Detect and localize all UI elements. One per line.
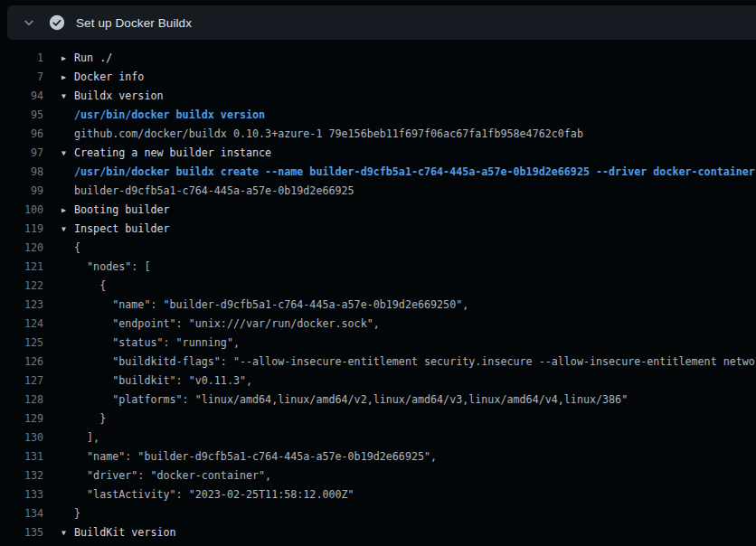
log-text-line: "status": "running", [61, 334, 240, 353]
line-number[interactable]: 98 [0, 163, 43, 182]
line-number[interactable]: 130 [0, 428, 43, 447]
log-line: 125 "status": "running", [0, 334, 756, 353]
log-text-line: "buildkit": "v0.11.3", [61, 372, 252, 391]
line-number[interactable]: 99 [0, 182, 43, 201]
line-number[interactable]: 131 [0, 447, 43, 466]
output-text: ], [74, 431, 99, 444]
line-number[interactable]: 124 [0, 315, 43, 334]
log-group-header[interactable]: ▼Inspect builder [61, 220, 170, 239]
group-collapse-icon[interactable]: ▼ [61, 87, 74, 106]
log-group-header[interactable]: ▶Booting builder [61, 201, 170, 220]
log-line[interactable]: 119▼Inspect builder [0, 220, 756, 239]
group-expand-icon[interactable]: ▶ [61, 201, 74, 220]
output-text: "nodes": [ [74, 260, 150, 273]
log-text-line: github.com/docker/buildx 0.10.3+azure-1 … [61, 125, 583, 144]
log-text-line: } [61, 410, 106, 428]
log-text-line: "platforms": "linux/amd64,linux/amd64/v2… [61, 391, 628, 410]
line-number[interactable]: 7 [0, 68, 43, 87]
output-text: { [74, 241, 80, 254]
group-collapse-icon[interactable]: ▼ [61, 523, 74, 542]
log-line[interactable]: 135▼BuildKit version [0, 523, 756, 542]
line-number[interactable]: 97 [0, 144, 43, 163]
step-log-panel: Set up Docker Buildx 1▶Run ./7▶Docker in… [0, 0, 756, 546]
log-line: 128 "platforms": "linux/amd64,linux/amd6… [0, 391, 756, 410]
output-text: "endpoint": "unix:///var/run/docker.sock… [74, 317, 380, 330]
line-number[interactable]: 129 [0, 410, 43, 428]
line-number[interactable]: 134 [0, 504, 43, 523]
log-line: 133 "lastActivity": "2023-02-25T11:58:12… [0, 485, 756, 504]
line-number[interactable]: 128 [0, 391, 43, 410]
line-number[interactable]: 96 [0, 125, 43, 144]
group-title: Inspect builder [74, 222, 170, 235]
group-expand-icon[interactable]: ▶ [61, 68, 74, 87]
log-line[interactable]: 97▼Creating a new builder instance [0, 144, 756, 163]
log-line: 124 "endpoint": "unix:///var/run/docker.… [0, 315, 756, 334]
line-number[interactable]: 1 [0, 49, 43, 68]
log-line: 99builder-d9cfb5a1-c764-445a-a57e-0b19d2… [0, 182, 756, 201]
log-text-line: "name": "builder-d9cfb5a1-c764-445a-a57e… [61, 296, 468, 315]
log-line: 98/usr/bin/docker buildx create --name b… [0, 163, 756, 182]
group-expand-icon[interactable]: ▶ [61, 49, 74, 68]
line-number[interactable]: 120 [0, 239, 43, 258]
line-number[interactable]: 126 [0, 353, 43, 372]
line-number[interactable]: 122 [0, 277, 43, 296]
line-number[interactable]: 121 [0, 258, 43, 277]
log-text-line: ], [61, 428, 99, 447]
log-group-header[interactable]: ▼Buildx version [61, 87, 164, 106]
output-text: "status": "running", [74, 336, 240, 349]
log-line: 96github.com/docker/buildx 0.10.3+azure-… [0, 125, 756, 144]
check-circle-icon [49, 14, 65, 31]
line-number[interactable]: 133 [0, 485, 43, 504]
command-text: /usr/bin/docker buildx version [74, 108, 265, 121]
output-text: "lastActivity": "2023-02-25T11:58:12.000… [74, 488, 354, 501]
line-number[interactable]: 132 [0, 466, 43, 485]
log-text-line: { [61, 277, 106, 296]
log-line: 136builder-d9cfb5a1-c764-445a-a57e-0b19d… [0, 542, 756, 546]
log-text-line: "driver": "docker-container", [61, 466, 271, 485]
line-number[interactable]: 95 [0, 106, 43, 125]
log-group-header[interactable]: ▼BuildKit version [61, 523, 176, 542]
line-number[interactable]: 100 [0, 201, 43, 220]
log-line[interactable]: 94▼Buildx version [0, 87, 756, 106]
command-text: /usr/bin/docker buildx create --name bui… [74, 165, 755, 178]
output-text: "driver": "docker-container", [74, 469, 271, 482]
log-line: 129 } [0, 410, 756, 428]
line-number[interactable]: 125 [0, 334, 43, 353]
log-group-header[interactable]: ▶Docker info [61, 68, 144, 87]
log-text-line: builder-d9cfb5a1-c764-445a-a57e-0b19d2e6… [61, 542, 418, 546]
output-text: } [74, 507, 80, 520]
line-number[interactable]: 135 [0, 523, 43, 542]
log-group-header[interactable]: ▼Creating a new builder instance [61, 144, 271, 163]
log-line[interactable]: 1▶Run ./ [0, 49, 756, 68]
line-number[interactable]: 123 [0, 296, 43, 315]
line-number[interactable]: 119 [0, 220, 43, 239]
step-header[interactable]: Set up Docker Buildx [7, 5, 756, 40]
log-group-header[interactable]: ▶Run ./ [61, 49, 112, 68]
log-line: 134} [0, 504, 756, 523]
group-collapse-icon[interactable]: ▼ [61, 220, 74, 239]
log-line: 127 "buildkit": "v0.11.3", [0, 372, 756, 391]
line-number[interactable]: 127 [0, 372, 43, 391]
group-title: Docker info [74, 71, 144, 83]
group-title: Booting builder [74, 203, 170, 216]
line-number[interactable]: 136 [0, 542, 43, 546]
group-title: Buildx version [74, 89, 164, 102]
log-line: 95/usr/bin/docker buildx version [0, 106, 756, 125]
log-line: 132 "driver": "docker-container", [0, 466, 756, 485]
log-line: 123 "name": "builder-d9cfb5a1-c764-445a-… [0, 296, 756, 315]
log-text-line: } [61, 504, 80, 523]
group-collapse-icon[interactable]: ▼ [61, 144, 74, 163]
group-title: Run ./ [74, 52, 112, 64]
log-text-line: builder-d9cfb5a1-c764-445a-a57e-0b19d2e6… [61, 182, 354, 201]
group-title: Creating a new builder instance [74, 146, 271, 159]
output-text: "name": "builder-d9cfb5a1-c764-445a-a57e… [74, 450, 437, 463]
log-line: 121 "nodes": [ [0, 258, 756, 277]
log-line[interactable]: 100▶Booting builder [0, 201, 756, 220]
log-line[interactable]: 7▶Docker info [0, 68, 756, 87]
output-text: "name": "builder-d9cfb5a1-c764-445a-a57e… [74, 298, 468, 311]
chevron-down-icon[interactable] [22, 15, 36, 30]
step-title: Set up Docker Buildx [76, 16, 192, 30]
line-number[interactable]: 94 [0, 87, 43, 106]
log-line: 122 { [0, 277, 756, 296]
log-text-line: { [61, 239, 80, 258]
